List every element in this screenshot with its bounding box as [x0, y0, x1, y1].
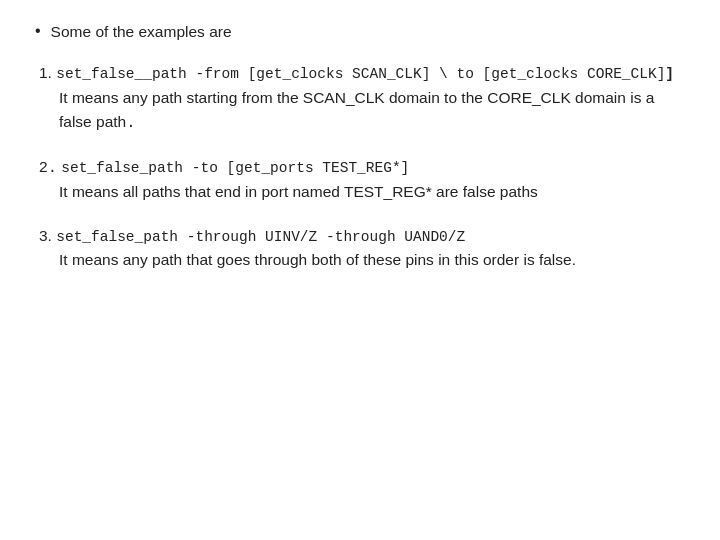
example-3-title: 3. set_false_path -through UINV/Z -throu…	[39, 224, 685, 248]
example-1-desc: It means any path starting from the SCAN…	[59, 86, 685, 135]
example-3-desc: It means any path that goes through both…	[59, 248, 685, 272]
page-container: • Some of the examples are 1. set_false_…	[0, 0, 720, 540]
example-1-bracket: ]	[665, 66, 674, 82]
example-1-code: set_false__path -from [get_clocks SCAN_C…	[56, 66, 665, 82]
bullet-dot: •	[35, 22, 41, 40]
example-3-code: set_false_path -through UINV/Z -through …	[56, 229, 465, 245]
example-item-2: 2. set_false_path -to [get_ports TEST_RE…	[39, 155, 685, 204]
bullet-section: • Some of the examples are	[35, 20, 685, 43]
bullet-intro-text: Some of the examples are	[51, 20, 232, 43]
example-2-desc: It means all paths that end in port name…	[59, 180, 685, 204]
example-item-3: 3. set_false_path -through UINV/Z -throu…	[39, 224, 685, 272]
example-2-code: set_false_path -to [get_ports TEST_REG*]	[61, 160, 409, 176]
example-2-title: 2. set_false_path -to [get_ports TEST_RE…	[39, 155, 685, 180]
example-1-number: 1.	[39, 64, 56, 81]
example-3-number: 3.	[39, 227, 56, 244]
example-2-number: 2.	[39, 158, 61, 175]
example-item-1: 1. set_false__path -from [get_clocks SCA…	[39, 61, 685, 135]
examples-block: 1. set_false__path -from [get_clocks SCA…	[39, 61, 685, 272]
example-1-title: 1. set_false__path -from [get_clocks SCA…	[39, 61, 685, 85]
